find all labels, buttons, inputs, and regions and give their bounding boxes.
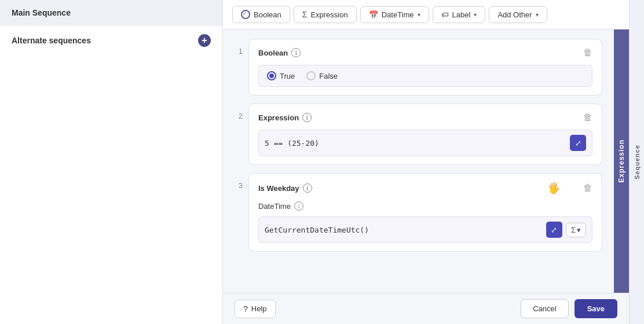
datetime-subtitle-row: DateTime i <box>258 201 592 211</box>
radio-false-circle <box>306 71 316 80</box>
expression-info-icon[interactable]: i <box>302 113 312 122</box>
expression-input-wrap[interactable]: 5 == (25-20) ⤢ <box>258 130 592 156</box>
tag-icon: 🏷 <box>441 10 449 19</box>
card-datetime: Is Weekday i 🖐 🗑 DateTime i <box>248 173 602 252</box>
footer-actions: Cancel Save <box>521 299 617 318</box>
sequence-side-tab[interactable]: Sequence <box>629 0 644 324</box>
expression-toolbar-btn[interactable]: Σ Expression <box>294 6 357 23</box>
card-boolean: Boolean i 🗑 True <box>248 39 602 95</box>
expression-value: 5 == (25-20) <box>265 139 319 148</box>
datetime-subtitle-info-icon[interactable]: i <box>294 201 303 211</box>
boolean-btn-label: Boolean <box>254 10 281 19</box>
cards-scroll: 1 Boolean i 🗑 <box>223 30 614 293</box>
sidebar-item-main-sequence[interactable]: Main Sequence <box>0 0 222 26</box>
label-chevron-icon: ▾ <box>474 12 477 18</box>
radio-true-circle <box>267 71 276 80</box>
datetime-toolbar-btn[interactable]: 📅 DateTime ▾ <box>360 6 429 23</box>
alternate-sequences-label: Alternate sequences <box>12 36 91 45</box>
datetime-delete-icon[interactable]: 🗑 <box>583 183 592 193</box>
datetime-chevron-icon: ▾ <box>418 12 420 18</box>
expression-side-tab-label: Expression <box>617 139 625 183</box>
row-number-3: 3 <box>235 181 243 190</box>
datetime-btn-label: DateTime <box>382 10 414 19</box>
radio-true[interactable]: True <box>267 71 295 80</box>
add-alternate-button[interactable]: + <box>198 34 211 47</box>
expression-btn-label: Expression <box>310 10 347 19</box>
boolean-radio-group: True False <box>258 65 592 87</box>
main-sequence-label: Main Sequence <box>12 8 71 17</box>
card-expression-title: Expression i <box>258 113 312 122</box>
card-row-3: 3 Is Weekday i 🖐 🗑 <box>235 173 602 252</box>
add-other-toolbar-btn[interactable]: Add Other ▾ <box>489 6 547 23</box>
row-number-1: 1 <box>235 47 243 56</box>
label-btn-label: Label <box>452 10 471 19</box>
add-other-chevron-icon: ▾ <box>536 12 539 18</box>
hand-cursor-icon: 🖐 <box>547 182 560 194</box>
datetime-input-wrap[interactable]: GetCurrentDateTimeUtc() ⤢ Σ ▾ <box>258 216 592 243</box>
add-other-btn-label: Add Other <box>497 10 532 19</box>
expression-delete-icon[interactable]: 🗑 <box>583 112 592 123</box>
save-button[interactable]: Save <box>575 299 617 318</box>
card-datetime-header: Is Weekday i 🖐 🗑 <box>258 182 592 194</box>
footer: ? Help Cancel Save <box>223 293 629 324</box>
sigma-btn-icon: Σ <box>571 226 576 234</box>
datetime-subtitle-label: DateTime <box>258 202 291 211</box>
calendar-icon: 📅 <box>369 10 378 19</box>
datetime-value: GetCurrentDateTimeUtc() <box>265 226 369 234</box>
cards-wrapper: 1 Boolean i 🗑 <box>223 30 629 293</box>
card-expression-header: Expression i 🗑 <box>258 112 592 123</box>
boolean-delete-icon[interactable]: 🗑 <box>583 47 592 58</box>
help-label: Help <box>251 304 267 313</box>
expression-side-tab[interactable]: Expression <box>614 30 629 293</box>
toolbar: Boolean Σ Expression 📅 DateTime ▾ 🏷 Labe… <box>223 0 629 30</box>
datetime-info-icon[interactable]: i <box>303 183 312 193</box>
help-icon: ? <box>243 304 248 314</box>
row-number-2: 2 <box>235 112 243 120</box>
datetime-sigma-btn[interactable]: Σ ▾ <box>566 223 586 237</box>
sigma-icon: Σ <box>302 10 308 19</box>
boolean-info-icon[interactable]: i <box>291 48 301 57</box>
card-boolean-header: Boolean i 🗑 <box>258 47 592 58</box>
datetime-controls: ⤢ Σ ▾ <box>546 222 586 238</box>
radio-false[interactable]: False <box>306 71 338 80</box>
sigma-btn-chevron: ▾ <box>577 226 581 234</box>
card-row-1: 1 Boolean i 🗑 <box>235 39 602 95</box>
card-row-2: 2 Expression i 🗑 5 == (25-20) ⤢ <box>235 104 602 165</box>
content-area: Boolean Σ Expression 📅 DateTime ▾ 🏷 Labe… <box>223 0 629 324</box>
boolean-toolbar-btn[interactable]: Boolean <box>232 6 290 23</box>
help-button[interactable]: ? Help <box>235 300 276 318</box>
card-expression: Expression i 🗑 5 == (25-20) ⤢ <box>248 104 602 165</box>
sidebar-item-alternate-sequences[interactable]: Alternate sequences + <box>0 26 222 55</box>
card-boolean-title: Boolean i <box>258 48 301 57</box>
cancel-button[interactable]: Cancel <box>521 299 568 318</box>
card-datetime-title: Is Weekday i <box>258 183 312 193</box>
label-toolbar-btn[interactable]: 🏷 Label ▾ <box>433 6 486 23</box>
sidebar: Main Sequence Alternate sequences + <box>0 0 223 324</box>
datetime-expand-btn[interactable]: ⤢ <box>546 222 562 238</box>
check-icon <box>241 10 250 19</box>
expression-expand-btn[interactable]: ⤢ <box>570 135 586 151</box>
sequence-side-tab-label: Sequence <box>634 145 641 179</box>
